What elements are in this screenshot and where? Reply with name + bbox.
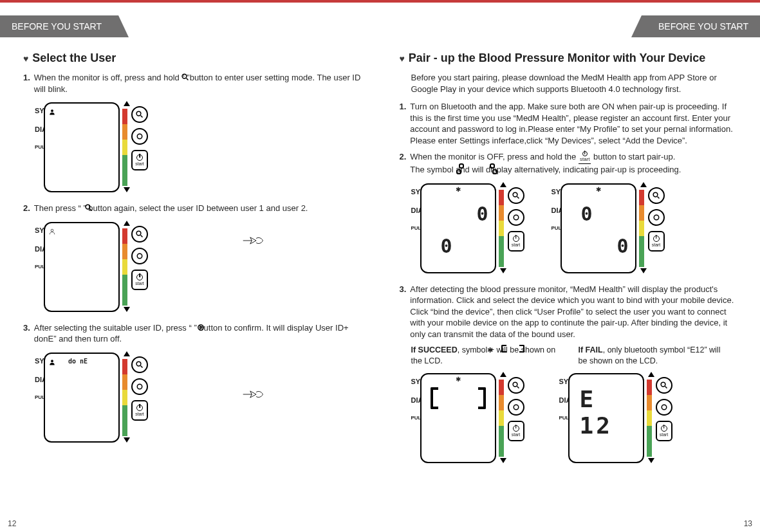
pair-symbol-b-icon: [490, 163, 497, 174]
svg-line-10: [141, 235, 143, 237]
bp-monitor-a: SYSDIAPULSE ✱ 0 0 start: [411, 181, 540, 276]
arrow-down-icon: [640, 268, 647, 273]
magnifier-button: [648, 187, 665, 204]
section-heading: ♥ Select the User: [23, 51, 361, 66]
lcd-screen: [44, 222, 120, 312]
bracket-icon: [478, 387, 486, 412]
start-button: start: [131, 400, 148, 421]
bp-monitor: SYSDIAPULSE do nE start: [35, 350, 163, 445]
device-buttons: start: [131, 106, 148, 170]
lcd-screen: ✱: [420, 373, 496, 463]
risk-color-bar: [499, 380, 504, 457]
user-icon: [49, 226, 55, 237]
step-number: 3.: [23, 322, 30, 345]
risk-color-bar: [639, 190, 644, 267]
step-3: 3. After detecting the blood pressure mo…: [400, 284, 737, 340]
step-1: 1. Turn on Bluetooth and the app. Make s…: [400, 101, 737, 146]
svg-point-18: [513, 192, 517, 197]
step-text: Then press “ ” button again, select the …: [34, 203, 361, 214]
svg-point-3: [136, 111, 141, 116]
page-left: ♥ Select the User 1. When the monitor is…: [0, 51, 380, 508]
hand-pointer-icon: [242, 389, 264, 400]
magnifier-button: [131, 226, 148, 243]
step-2: 2. Then press “ ” button again, select t…: [23, 203, 361, 214]
user-icon: [49, 106, 55, 118]
memory-button: [508, 209, 524, 226]
result-devices: SYSDIAPULSE ✱ start: [411, 371, 737, 466]
intro-text: Before you start pairing, please downloa…: [411, 72, 737, 95]
error-code: E 12: [580, 386, 643, 439]
digit-zero: 0: [581, 203, 593, 225]
lcd-screen: ✱ 0 0: [420, 183, 496, 273]
bp-monitor-b: SYSDIAPULSE ✱ 0 0 start: [551, 181, 680, 276]
arrow-up-icon: [648, 372, 654, 377]
lcd-screen: [44, 102, 120, 192]
digit-zero: 0: [616, 235, 628, 257]
svg-line-19: [517, 196, 519, 198]
section-tab-right: BEFORE YOU START: [631, 15, 760, 37]
manual-spread: BEFORE YOU START BEFORE YOU START ♥ Sele…: [0, 0, 760, 532]
arrow-up-icon: [640, 182, 647, 187]
heart-icon: ♥: [400, 51, 405, 66]
power-icon: [513, 425, 519, 432]
svg-point-11: [137, 253, 142, 259]
lcd-screen: do nE: [44, 353, 120, 443]
arrow-down-icon: [124, 187, 130, 192]
start-button: start: [648, 231, 665, 252]
user-icon: [49, 356, 55, 368]
svg-point-24: [513, 382, 517, 387]
fail-text: If FAIL, only bluetooth symbol “E12” wil…: [579, 345, 727, 367]
svg-line-22: [657, 196, 659, 198]
bp-monitor: SYS DIA PULSE start: [35, 100, 163, 195]
page-number-right: 13: [744, 519, 752, 528]
memory-button: [131, 378, 148, 395]
arrow-up-icon: [124, 101, 130, 106]
bluetooth-icon: ✱: [487, 345, 493, 355]
arrow-up-icon: [124, 221, 130, 226]
svg-point-5: [137, 134, 142, 139]
svg-point-23: [654, 215, 659, 220]
device-buttons: start: [508, 377, 524, 441]
magnifier-button: [508, 377, 524, 394]
step-text: When the monitor is off, press and hold …: [34, 72, 361, 95]
start-button: start: [508, 231, 524, 252]
bp-monitor: SYSDIAPULSE start: [35, 219, 163, 315]
power-icon: [136, 405, 143, 411]
digit-zero: 0: [441, 235, 452, 257]
svg-point-20: [514, 215, 519, 220]
power-icon: [582, 151, 588, 156]
step-number: 2.: [23, 203, 30, 214]
bracket-icon: [431, 387, 438, 412]
magnifier-button: [131, 356, 148, 373]
memory-button: [131, 128, 148, 145]
risk-color-bar: [122, 228, 127, 306]
arrow-up-icon: [500, 182, 506, 187]
bracket-icon: [519, 345, 524, 356]
risk-color-bar: [122, 109, 127, 186]
svg-point-21: [653, 192, 658, 197]
hand-pointer-icon: [242, 235, 264, 246]
heading-text: Select the User: [32, 51, 116, 65]
arrow-down-icon: [124, 437, 130, 443]
bluetooth-icon: ✱: [456, 186, 461, 193]
magnifier-button: [656, 377, 672, 394]
step-2: 2. When the monitor is OFF, press and ho…: [400, 151, 737, 175]
step-text: After selecting the suitable user ID, pr…: [34, 322, 361, 345]
device-buttons: start: [508, 187, 524, 252]
risk-color-bar: [499, 190, 504, 267]
start-button: start: [656, 421, 672, 441]
svg-line-25: [517, 387, 519, 389]
device-illustration-pairing: SYSDIAPULSE ✱ 0 0 start: [411, 181, 737, 276]
risk-color-bar: [647, 380, 652, 457]
device-illustration-2: SYSDIAPULSE start: [35, 219, 361, 315]
device-illustration-3: SYSDIAPULSE do nE start: [35, 350, 361, 445]
memory-button: [656, 399, 672, 416]
svg-point-0: [182, 74, 187, 78]
power-icon: [653, 235, 660, 242]
power-icon: [136, 154, 143, 161]
step-number: 2.: [400, 151, 407, 175]
step-number: 1.: [23, 72, 30, 95]
svg-point-15: [136, 362, 141, 366]
pair-symbol-a-icon: [456, 163, 464, 174]
memory-icon: [196, 323, 205, 332]
